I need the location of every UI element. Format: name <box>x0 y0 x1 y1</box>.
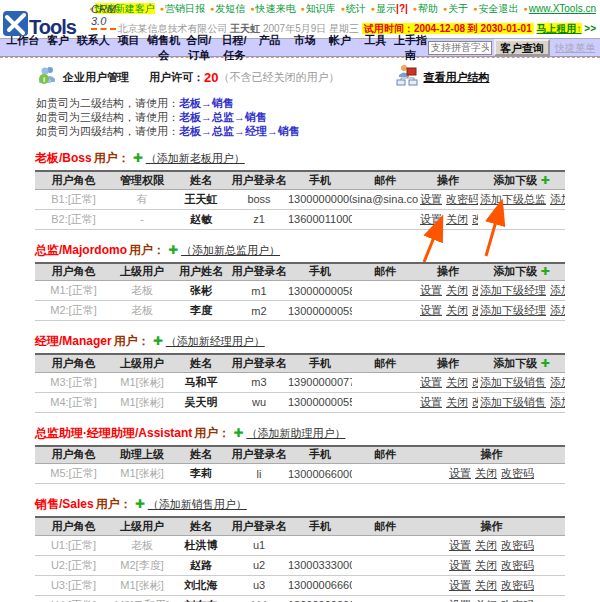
rent-now-link[interactable]: 马上租用↑ <box>537 23 582 34</box>
top-link-item: ●统计 <box>336 3 366 14</box>
add-new-user-link[interactable]: （添加新销售用户） <box>148 498 247 510</box>
nav-item[interactable]: 上手指南 <box>393 33 428 63</box>
nav-item[interactable]: 合同/订单 <box>181 33 216 63</box>
operation-link[interactable]: 设置 <box>420 396 442 408</box>
add-subordinate-link[interactable]: 添加下级销售 <box>550 304 565 316</box>
add-plus-icon[interactable]: ✚ <box>153 334 163 348</box>
table-header-row: 用户角色管理权限姓名用户登录名手机邮件操作添加下级 ✚ <box>35 171 565 189</box>
operation-link[interactable]: 关闭 <box>475 579 497 591</box>
tip-path-link[interactable]: 老板→总监→销售 <box>179 111 267 123</box>
user-role-cell: U3:[正常] <box>35 575 112 595</box>
operation-link[interactable]: 设置 <box>420 193 442 205</box>
top-link[interactable]: 知识库 <box>306 3 336 14</box>
operation-link[interactable]: 改密码 <box>501 539 534 551</box>
xtools-logo[interactable]: Tools CRM 3.0 <box>3 2 84 36</box>
operation-link[interactable]: 关闭 <box>446 304 468 316</box>
phone-cell: 13000000055 <box>288 392 352 412</box>
operation-link[interactable]: 设置 <box>449 579 471 591</box>
add-subordinate-link[interactable]: 添加下级销售 <box>550 193 565 205</box>
add-subordinate-link[interactable]: 添加助理 <box>550 396 565 408</box>
operation-link[interactable]: 设置 <box>449 467 471 479</box>
add-subordinate-link[interactable]: 添加下级销售 <box>550 284 565 296</box>
top-links-bar: ●快速新建客户●营销日报●发短信●快速来电●知识库●统计●显示|?|●帮助●关于… <box>84 3 596 15</box>
email-cell <box>352 392 418 412</box>
operation-link[interactable]: 改密码 <box>501 467 534 479</box>
column-header: 手机 <box>288 517 352 535</box>
add-new-user-link[interactable]: （添加新助理用户） <box>246 427 345 439</box>
add-new-user-link[interactable]: （添加新经理用户） <box>166 335 265 347</box>
column-header: 手机 <box>288 171 352 189</box>
add-plus-icon[interactable]: ✚ <box>168 243 178 257</box>
operation-link[interactable]: 改密码 <box>472 213 478 225</box>
operation-link[interactable]: 设置 <box>420 376 442 388</box>
add-subordinate-link[interactable]: 添加下级经理 <box>480 284 546 296</box>
user-name-cell: 王天虹 <box>172 189 230 209</box>
nav-item[interactable]: 项目 <box>111 33 146 63</box>
operation-link[interactable]: 改密码 <box>446 193 478 205</box>
add-subordinate-link[interactable]: 添加下级总监 <box>480 193 546 205</box>
structure-tip: 如贵司为四级结构，请使用：老板→总监→经理→销售 <box>36 124 600 138</box>
add-subordinate-cell: 添加下级销售添加助理 <box>478 372 565 392</box>
add-plus-icon[interactable]: ✚ <box>135 497 145 511</box>
add-new-user-link[interactable]: （添加新老板用户） <box>146 152 245 164</box>
login-name-cell: wu <box>230 392 288 412</box>
operation-link[interactable]: 设置 <box>420 284 442 296</box>
operation-link[interactable]: 改密码 <box>501 599 534 602</box>
nav-item[interactable]: 日程/任务 <box>217 33 252 63</box>
more-chevron[interactable]: >> <box>584 23 596 34</box>
operation-link[interactable]: 改密码 <box>501 559 534 571</box>
top-link[interactable]: www.XTools.cn <box>529 3 596 14</box>
operation-link[interactable]: 设置 <box>449 599 471 602</box>
table-header-row: 用户角色上级用户用户姓名用户登录名手机邮件操作添加下级 ✚ <box>35 263 565 281</box>
top-link[interactable]: 帮助 <box>418 3 438 14</box>
view-user-structure-link[interactable]: 查看用户结构 <box>423 70 489 85</box>
operation-link[interactable]: 关闭 <box>446 396 468 408</box>
operation-link[interactable]: 改密码 <box>501 579 534 591</box>
nav-item[interactable]: 产品 <box>252 33 287 63</box>
top-link[interactable]: 快速来电 <box>255 3 295 14</box>
customer-search-input[interactable] <box>428 41 492 55</box>
operation-link[interactable]: 关闭 <box>475 539 497 551</box>
add-plus-icon: ✚ <box>540 174 549 186</box>
add-subordinate-link[interactable]: 添加下级销售 <box>480 376 546 388</box>
add-subordinate-link[interactable]: 添加下级销售 <box>480 396 546 408</box>
nav-item[interactable]: 销售机会 <box>146 33 181 63</box>
top-link[interactable]: 显示 <box>376 3 396 14</box>
operation-link[interactable]: 关闭 <box>475 559 497 571</box>
customer-search-button[interactable]: 客户查询 <box>494 39 550 56</box>
nav-item[interactable]: 工具 <box>358 33 393 63</box>
top-link[interactable]: 关于 <box>448 3 468 14</box>
operation-link[interactable]: 关闭 <box>475 599 497 602</box>
operation-link[interactable]: 关闭 <box>475 467 497 479</box>
add-subordinate-cell: 添加下级销售添加助理 <box>478 392 565 412</box>
email-cell: sina@sina.com <box>352 189 418 209</box>
add-plus-icon[interactable]: ✚ <box>133 151 143 165</box>
operation-link[interactable]: 关闭 <box>446 376 468 388</box>
add-plus-icon[interactable]: ✚ <box>233 426 243 440</box>
nav-item[interactable]: 帐户 <box>322 33 357 63</box>
table-row: U3:[正常]M1[张彬]刘北海u313000006660设置关闭改密码 <box>35 575 565 595</box>
tip-path-link[interactable]: 老板→销售 <box>179 97 234 109</box>
nav-item[interactable]: 市场 <box>287 33 322 63</box>
quick-menu-link[interactable]: 快捷菜单 <box>555 41 595 55</box>
operation-link[interactable]: 设置 <box>420 304 442 316</box>
top-link[interactable]: 营销日报 <box>165 3 205 14</box>
tip-path-link[interactable]: 老板→总监→经理→销售 <box>179 125 300 137</box>
section-title-text: 经理/Manager <box>35 334 112 348</box>
operation-link[interactable]: 设置 <box>449 559 471 571</box>
operation-link[interactable]: 关闭 <box>446 213 468 225</box>
section-title-text: 总监助理·经理助理/Assistant <box>35 426 192 440</box>
phone-cell: 13000333000 <box>288 555 352 575</box>
top-link[interactable]: 发短信 <box>215 3 245 14</box>
operation-link[interactable]: 设置 <box>420 213 442 225</box>
phone-cell: 13000000058 <box>288 281 352 301</box>
nav-item[interactable]: 联系人 <box>76 33 111 63</box>
add-subordinate-link[interactable]: 添加助理 <box>550 376 565 388</box>
top-link[interactable]: 统计 <box>346 3 366 14</box>
top-link[interactable]: 安全退出 <box>479 3 519 14</box>
add-new-user-link[interactable]: （添加新总监用户） <box>181 244 280 256</box>
operation-link[interactable]: 关闭 <box>446 284 468 296</box>
operation-link[interactable]: 设置 <box>449 539 471 551</box>
table-row: M4:[正常]M1[张彬]吴天明wu13000000055设置关闭改密码添加下级… <box>35 392 565 412</box>
add-subordinate-link[interactable]: 添加下级经理 <box>480 304 546 316</box>
